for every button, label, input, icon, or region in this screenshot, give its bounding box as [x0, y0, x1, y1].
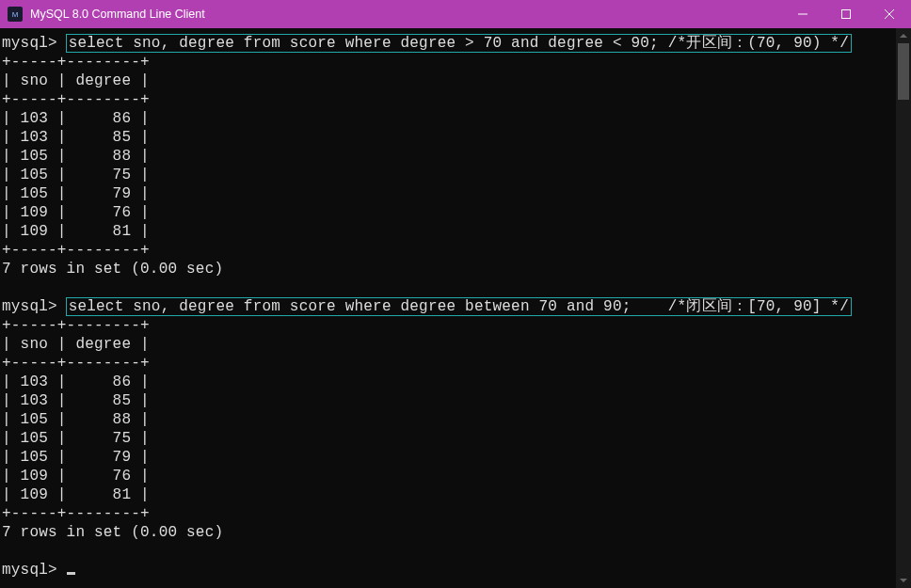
window-title: MySQL 8.0 Command Line Client [28, 8, 781, 21]
blank-line [2, 542, 894, 561]
table-border: +-----+--------+ [2, 90, 894, 109]
maximize-button[interactable] [824, 0, 868, 28]
prompt: mysql> [2, 35, 57, 52]
app-icon-label: M [12, 10, 19, 19]
chevron-up-icon [900, 32, 907, 40]
table-row: | 105 | 79 | [2, 448, 894, 467]
svg-rect-1 [842, 10, 851, 19]
table-row: | 103 | 85 | [2, 128, 894, 147]
table-row: | 109 | 76 | [2, 467, 894, 485]
table-row: | 109 | 76 | [2, 203, 894, 222]
prompt-line: mysql> select sno, degree from score whe… [2, 34, 894, 53]
scroll-track[interactable] [896, 43, 911, 573]
window-buttons [781, 0, 911, 28]
prompt: mysql> [2, 562, 57, 579]
app-icon: M [8, 7, 23, 22]
table-row: | 103 | 86 | [2, 109, 894, 128]
table-row: | 103 | 85 | [2, 391, 894, 410]
table-border: +-----+--------+ [2, 504, 894, 523]
table-border: +-----+--------+ [2, 316, 894, 335]
minimize-icon [798, 9, 807, 19]
query-1: select sno, degree from score where degr… [66, 34, 852, 53]
prompt: mysql> [2, 298, 57, 315]
query-2: select sno, degree from score where degr… [66, 297, 852, 316]
prompt-line-current[interactable]: mysql> [2, 561, 894, 580]
rowcount-msg: 7 rows in set (0.00 sec) [2, 523, 894, 542]
rowcount-msg: 7 rows in set (0.00 sec) [2, 260, 894, 278]
client-area: mysql> select sno, degree from score whe… [0, 28, 911, 588]
title-bar[interactable]: M MySQL 8.0 Command Line Client [0, 0, 911, 28]
scroll-down-button[interactable] [896, 573, 911, 588]
blank-line [2, 278, 894, 297]
table-row: | 105 | 75 | [2, 429, 894, 448]
close-button[interactable] [868, 0, 911, 28]
app-window: M MySQL 8.0 Command Line Client mysql> s… [0, 0, 911, 588]
scroll-thumb[interactable] [898, 43, 909, 100]
table-row: | 105 | 88 | [2, 147, 894, 166]
table-header: | sno | degree | [2, 72, 894, 90]
chevron-down-icon [900, 577, 907, 584]
table-border: +-----+--------+ [2, 241, 894, 260]
table-header: | sno | degree | [2, 335, 894, 354]
table-row: | 105 | 88 | [2, 410, 894, 429]
cursor [67, 572, 75, 575]
table-row: | 105 | 75 | [2, 166, 894, 184]
table-row: | 103 | 86 | [2, 373, 894, 391]
table-border: +-----+--------+ [2, 53, 894, 72]
vertical-scrollbar[interactable] [896, 28, 911, 588]
terminal-content[interactable]: mysql> select sno, degree from score whe… [0, 28, 896, 588]
table-border: +-----+--------+ [2, 354, 894, 373]
table-row: | 109 | 81 | [2, 485, 894, 504]
minimize-button[interactable] [781, 0, 824, 28]
scroll-up-button[interactable] [896, 28, 911, 43]
table-row: | 109 | 81 | [2, 222, 894, 241]
table-row: | 105 | 79 | [2, 184, 894, 203]
maximize-icon [841, 9, 851, 19]
close-icon [885, 9, 894, 19]
prompt-line: mysql> select sno, degree from score whe… [2, 297, 894, 316]
